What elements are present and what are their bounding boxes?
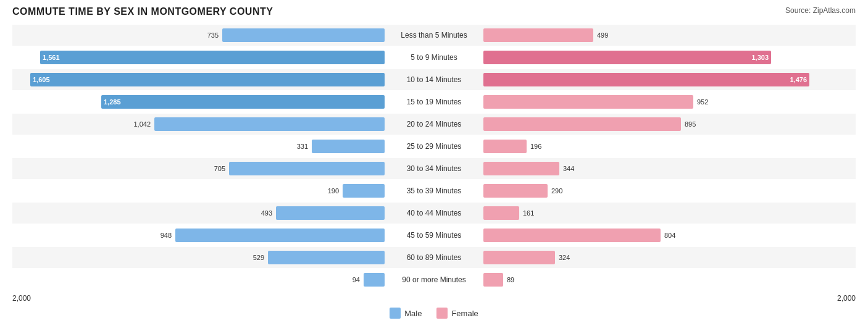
axis-row: 2,000 2,000 [12,294,856,303]
male-bar: 1,285 [101,95,385,109]
female-bar [483,206,519,220]
row-label: Less than 5 Minutes [385,31,483,40]
male-value: 1,285 [101,98,121,106]
axis-right-label: 2,000 [837,294,856,303]
male-bar [229,162,385,175]
row-label: 15 to 19 Minutes [385,98,483,106]
right-section: 290 [483,180,856,201]
bar-row: 1,04220 to 24 Minutes895 [12,114,856,135]
male-value: 1,605 [30,76,50,83]
bar-row: 70530 to 34 Minutes344 [12,158,856,179]
male-bar [276,206,385,220]
male-value-outside: 1,042 [133,120,151,128]
male-bar [222,28,385,42]
right-section: 895 [483,114,856,135]
male-value-outside: 94 [353,276,360,283]
male-bar [364,273,385,287]
right-section: 324 [483,247,856,268]
left-section: 1,285 [12,91,385,112]
row-label: 35 to 39 Minutes [385,187,483,195]
left-section: 1,042 [12,114,385,135]
bar-row: 19035 to 39 Minutes290 [12,180,856,201]
bar-row: 49340 to 44 Minutes161 [12,203,856,224]
left-section: 331 [12,136,385,157]
left-section: 1,561 [12,47,385,68]
axis-right: 2,000 [482,294,856,303]
male-value-outside: 190 [328,187,339,195]
legend-male: Male [390,308,422,319]
row-label: 90 or more Minutes [385,275,483,284]
right-section: 161 [483,203,856,224]
female-bar [483,229,661,242]
female-value-outside: 952 [697,98,708,106]
bar-row: 1,60510 to 14 Minutes1,476 [12,69,856,90]
male-value-outside: 705 [214,165,225,172]
right-section: 1,303 [483,47,856,68]
row-label: 10 to 14 Minutes [385,75,483,84]
row-label: 30 to 34 Minutes [385,164,483,173]
bar-row: 735Less than 5 Minutes499 [12,25,856,46]
male-value-outside: 529 [253,254,264,261]
right-section: 344 [483,158,856,179]
header: COMMUTE TIME BY SEX IN MONTGOMERY COUNTY… [12,6,856,17]
female-bar: 1,476 [483,73,809,86]
bar-row: 33125 to 29 Minutes196 [12,136,856,157]
male-bar [268,251,385,264]
left-section: 493 [12,203,385,224]
female-value-outside: 344 [563,165,574,172]
chart-area: 735Less than 5 Minutes4991,5615 to 9 Min… [12,25,856,290]
female-bar [483,140,527,153]
source-label: Source: ZipAtlas.com [785,6,856,15]
legend-female: Female [436,308,478,319]
bar-row: 9490 or more Minutes89 [12,269,856,290]
row-label: 45 to 59 Minutes [385,231,483,240]
female-bar [483,273,503,287]
female-bar [483,95,693,109]
left-section: 948 [12,225,385,246]
row-label: 25 to 29 Minutes [385,142,483,151]
female-value-outside: 804 [664,232,675,239]
female-bar [483,251,555,264]
female-value-outside: 895 [685,120,696,128]
row-label: 40 to 44 Minutes [385,209,483,217]
row-label: 20 to 24 Minutes [385,120,483,128]
legend: Male Female [12,308,856,319]
axis-left-label: 2,000 [12,294,31,303]
right-section: 89 [483,269,856,290]
right-section: 196 [483,136,856,157]
female-value-outside: 324 [559,254,570,261]
left-section: 705 [12,158,385,179]
male-value-outside: 493 [261,209,272,217]
female-bar [483,117,681,131]
male-value: 1,561 [40,54,60,61]
male-bar: 1,605 [30,73,385,86]
female-bar: 1,303 [483,51,771,64]
male-bar [175,229,385,242]
left-section: 735 [12,25,385,46]
right-section: 1,476 [483,69,856,90]
female-value: 1,476 [790,76,809,83]
female-value-outside: 161 [523,209,534,217]
left-section: 1,605 [12,69,385,90]
bar-row: 94845 to 59 Minutes804 [12,225,856,246]
left-section: 190 [12,180,385,201]
male-value-outside: 735 [207,31,219,39]
right-section: 804 [483,225,856,246]
female-value-outside: 290 [551,187,562,195]
row-label: 5 to 9 Minutes [385,53,483,62]
right-section: 499 [483,25,856,46]
axis-left: 2,000 [12,294,386,303]
female-bar [483,162,559,175]
male-value-outside: 331 [297,143,308,150]
male-bar [154,117,385,131]
female-bar [483,184,548,198]
female-value-outside: 89 [507,276,514,283]
bar-row: 1,28515 to 19 Minutes952 [12,91,856,112]
male-bar [312,140,385,153]
female-swatch [436,308,448,319]
right-section: 952 [483,91,856,112]
left-section: 529 [12,247,385,268]
chart-title: COMMUTE TIME BY SEX IN MONTGOMERY COUNTY [12,6,273,17]
bar-row: 52960 to 89 Minutes324 [12,247,856,268]
left-section: 94 [12,269,385,290]
